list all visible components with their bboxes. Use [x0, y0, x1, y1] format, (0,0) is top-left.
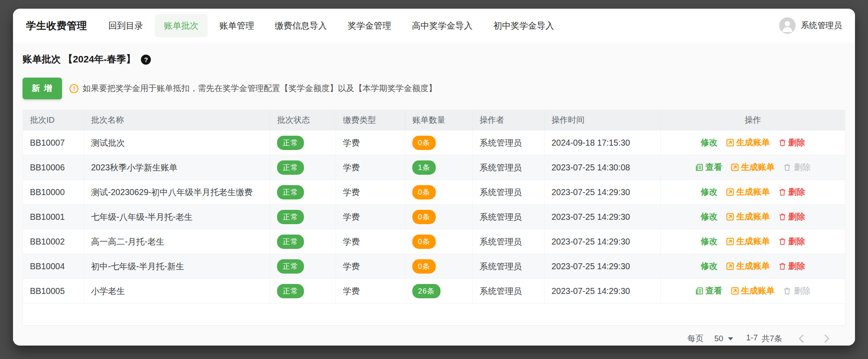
action-label: 生成账单 — [741, 163, 775, 172]
column-header: 操作者 — [473, 110, 545, 131]
generate-bill-button[interactable]: 生成账单 — [726, 212, 770, 221]
cell-batch-status: 正常 — [270, 279, 336, 303]
trash-icon — [778, 212, 786, 221]
next-page-button[interactable] — [821, 333, 832, 344]
cell-operate-time: 2023-07-25 14:30:08 — [545, 155, 661, 180]
action-label: 修改 — [701, 262, 718, 271]
generate-icon — [726, 262, 734, 271]
page-title-row: 账单批次 【2024年-春季】 ? — [23, 53, 845, 66]
generate-bill-button[interactable]: 生成账单 — [731, 163, 775, 172]
pagination-total: 共7条 — [762, 333, 782, 344]
cell-batch-id: BB10005 — [23, 279, 84, 303]
avatar[interactable] — [779, 17, 796, 34]
cell-operate-time: 2024-09-18 17:15:30 — [545, 131, 661, 155]
generate-bill-button[interactable]: 生成账单 — [726, 262, 770, 271]
table-body: BB10007 测试批次 正常 学费 0条 系统管理员 2024-09-18 1… — [23, 131, 845, 304]
cell-pay-type: 学费 — [336, 229, 405, 254]
per-page-select[interactable]: 50 — [714, 334, 733, 343]
cell-operate-time: 2023-07-25 14:29:30 — [545, 180, 661, 204]
edit-action-button[interactable]: 修改 — [701, 237, 718, 246]
cell-bill-count: 0条 — [405, 254, 473, 278]
action-label: 修改 — [701, 212, 718, 221]
generate-bill-button[interactable]: 生成账单 — [726, 188, 770, 196]
cell-bill-count: 26条 — [405, 279, 473, 303]
generate-icon — [731, 287, 739, 295]
generate-icon — [726, 237, 734, 246]
cell-batch-id: BB10002 — [23, 229, 84, 254]
delete-button[interactable]: 删除 — [778, 262, 805, 271]
cell-bill-count: 1条 — [405, 155, 473, 180]
action-label: 生成账单 — [736, 212, 770, 221]
column-header: 操作时间 — [545, 110, 661, 131]
edit-action-button[interactable]: 修改 — [701, 262, 718, 271]
count-badge: 0条 — [412, 136, 436, 150]
cell-actions: 修改生成账单删除 — [661, 131, 845, 155]
nav-tab-4[interactable]: 奖学金管理 — [339, 14, 400, 37]
action-label: 生成账单 — [736, 237, 770, 246]
cell-batch-name: 高一高二-月托-老生 — [84, 229, 270, 254]
nav-tab-2[interactable]: 账单管理 — [210, 14, 263, 37]
cell-actions: 修改生成账单删除 — [661, 229, 845, 254]
pagination-summary: 1-7 共7条 — [746, 333, 782, 344]
cell-batch-name: 小学老生 — [84, 279, 270, 303]
cell-batch-id: BB10001 — [23, 205, 84, 229]
count-badge: 0条 — [412, 259, 436, 274]
cell-bill-count: 0条 — [405, 131, 473, 155]
warning-icon: ! — [69, 84, 78, 93]
table-header-row: 批次ID批次名称批次状态缴费类型账单数量操作者操作时间操作 — [23, 110, 845, 131]
add-button[interactable]: 新 增 — [23, 78, 62, 99]
status-badge: 正常 — [277, 160, 304, 175]
prev-page-button[interactable] — [796, 333, 807, 344]
trash-icon — [778, 188, 786, 196]
status-badge: 正常 — [277, 259, 304, 274]
help-icon[interactable]: ? — [141, 55, 151, 65]
cell-batch-id: BB10004 — [23, 254, 84, 278]
cell-batch-name: 测试-20230629-初中八年级半月托老生缴费 — [84, 180, 270, 204]
action-label: 删除 — [788, 138, 805, 147]
edit-action-button[interactable]: 修改 — [701, 212, 718, 221]
count-badge: 0条 — [412, 210, 436, 224]
generate-bill-button[interactable]: 生成账单 — [731, 287, 775, 295]
delete-button[interactable]: 删除 — [778, 212, 805, 221]
table-row: BB10006 2023秋季小学新生账单 正常 学费 1条 系统管理员 2023… — [23, 155, 845, 180]
table-row: BB10004 初中-七年级-半月托-新生 正常 学费 0条 系统管理员 202… — [23, 254, 845, 279]
count-badge: 26条 — [412, 284, 441, 298]
nav-tab-0[interactable]: 回到目录 — [99, 14, 152, 37]
nav-tab-5[interactable]: 高中奖学金导入 — [403, 14, 482, 37]
delete-button[interactable]: 删除 — [778, 188, 805, 196]
count-badge: 0条 — [412, 185, 436, 199]
cell-operator: 系统管理员 — [473, 180, 545, 204]
delete-button: 删除 — [783, 163, 811, 172]
nav-tab-3[interactable]: 缴费信息导入 — [266, 14, 336, 37]
edit-action-button[interactable]: 修改 — [701, 188, 718, 196]
view-action-button[interactable]: 查看 — [695, 163, 722, 172]
action-label: 查看 — [705, 287, 722, 295]
view-action-button[interactable]: 查看 — [695, 287, 722, 295]
generate-bill-button[interactable]: 生成账单 — [726, 138, 770, 147]
generate-icon — [731, 163, 739, 172]
cell-pay-type: 学费 — [336, 180, 405, 204]
delete-button[interactable]: 删除 — [778, 237, 805, 246]
action-label: 生成账单 — [736, 138, 770, 147]
cell-bill-count: 0条 — [405, 229, 473, 254]
trash-icon — [783, 287, 791, 295]
cell-operator: 系统管理员 — [473, 131, 545, 155]
table-row: BB10007 测试批次 正常 学费 0条 系统管理员 2024-09-18 1… — [23, 131, 845, 155]
generate-icon — [726, 138, 734, 147]
chevron-down-icon — [728, 337, 733, 340]
nav-tab-6[interactable]: 初中奖学金导入 — [484, 14, 563, 37]
edit-action-button[interactable]: 修改 — [701, 138, 718, 147]
per-page-value: 50 — [714, 334, 723, 343]
generate-bill-button[interactable]: 生成账单 — [726, 237, 770, 246]
nav-tabs: 回到目录账单批次账单管理缴费信息导入奖学金管理高中奖学金导入初中奖学金导入 — [99, 14, 563, 37]
batch-table: 批次ID批次名称批次状态缴费类型账单数量操作者操作时间操作 BB10007 测试… — [23, 110, 845, 326]
nav-tab-1[interactable]: 账单批次 — [155, 14, 208, 37]
delete-button[interactable]: 删除 — [778, 138, 805, 147]
cell-operator: 系统管理员 — [473, 254, 545, 278]
table-row: BB10001 七年级-八年级-半月托-老生 正常 学费 0条 系统管理员 20… — [23, 205, 845, 229]
cell-bill-count: 0条 — [405, 180, 473, 204]
action-label: 修改 — [701, 138, 718, 147]
user-name: 系统管理员 — [801, 20, 842, 31]
cell-bill-count: 0条 — [405, 205, 473, 229]
count-badge: 1条 — [412, 160, 436, 175]
